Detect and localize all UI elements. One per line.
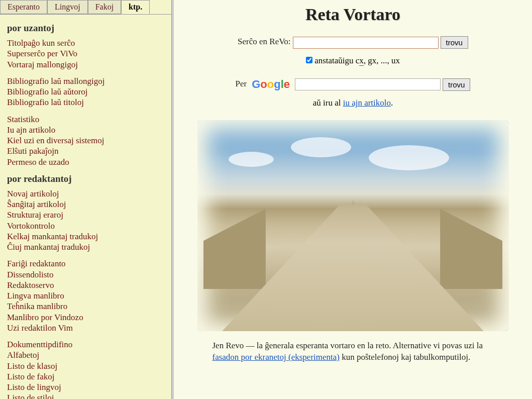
search-input[interactable] xyxy=(293,37,439,49)
users-group-1: Bibliografio laŭ mallongigojBibliografio… xyxy=(7,76,164,108)
main-content: Reta Vortaro Serĉo en ReVo: trovu anstat… xyxy=(172,0,532,399)
users-group-2: StatistikoIu ajn artikoloKiel uzi en div… xyxy=(7,114,164,167)
page-title: Reta Vortaro xyxy=(189,5,517,24)
google-search-row: Per Google trovu xyxy=(189,78,517,91)
nav-link[interactable]: Dissendolisto xyxy=(7,269,164,280)
nav-link[interactable]: Listo de stiloj xyxy=(7,392,164,399)
nav-link[interactable]: Uzi redaktilon Vim xyxy=(7,323,164,333)
nav-link[interactable]: Lingva manlibro xyxy=(7,290,164,301)
search-label: Serĉo en ReVo: xyxy=(238,37,290,46)
nav-link[interactable]: Permeso de uzado xyxy=(7,157,164,167)
sidebar: EsperantoLingvojFakojktp. por uzantoj Ti… xyxy=(0,0,172,399)
editors-section: por redaktantoj Novaj artikolojŜanĝitaj … xyxy=(7,173,164,399)
google-search-button[interactable]: trovu xyxy=(443,78,470,91)
nav-link[interactable]: Elŝuti pakaĵojn xyxy=(7,146,164,156)
nav-link[interactable]: Ĉiuj mankantaj tradukoj xyxy=(7,242,164,252)
tab-bar: EsperantoLingvojFakojktp. xyxy=(0,0,171,15)
substitute-underline: x xyxy=(359,56,364,66)
nav-link[interactable]: Ŝanĝitaj artikoloj xyxy=(7,199,164,210)
google-logo-icon: Google xyxy=(252,78,290,90)
or-go-to-row: aŭ iru al iu ajn artikolo. xyxy=(189,98,517,108)
tab-lingvoj[interactable]: Lingvoj xyxy=(47,0,88,14)
nav-link[interactable]: Redaktoservo xyxy=(7,280,164,290)
search-button[interactable]: trovu xyxy=(441,36,468,49)
nav-link[interactable]: Bibliografio laŭ aŭtoroj xyxy=(7,86,164,97)
random-article-link[interactable]: iu ajn artikolo xyxy=(343,98,391,108)
nav-content: por uzantoj Titolpaĝo kun serĉoSuperserĉ… xyxy=(0,15,171,399)
substitute-checkbox[interactable] xyxy=(306,57,312,63)
editors-group-2: DokumenttipdifinoAlfabetojListo de klaso… xyxy=(7,339,164,399)
nav-link[interactable]: Vortaraj mallongigoj xyxy=(7,59,164,70)
nav-link[interactable]: Strukturaj eraroj xyxy=(7,210,164,220)
google-search-input[interactable] xyxy=(295,78,441,90)
users-heading: por uzantoj xyxy=(7,23,164,34)
nav-link[interactable]: Kiel uzi en diversaj sistemoj xyxy=(7,135,164,146)
per-label: Per xyxy=(236,79,247,88)
editors-heading: por redaktantoj xyxy=(7,173,164,184)
nav-link[interactable]: Bibliografio laŭ titoloj xyxy=(7,97,164,108)
nav-link[interactable]: Superserĉo per ViVo xyxy=(7,48,164,59)
desc-suffix: kun poŝtelefonoj kaj tabulkomputiloj. xyxy=(340,352,470,362)
nav-link[interactable]: Listo de klasoj xyxy=(7,361,164,371)
nav-link[interactable]: Bibliografio laŭ mallongigoj xyxy=(7,76,164,86)
revo-search-row: Serĉo en ReVo: trovu xyxy=(189,36,517,49)
nav-link[interactable]: Statistiko xyxy=(7,114,164,125)
hero-image xyxy=(197,120,509,331)
mobile-facade-link[interactable]: fasadon por ekranetoj (eksperimenta) xyxy=(212,352,340,362)
or-suffix: . xyxy=(391,98,393,108)
nav-link[interactable]: Dokumenttipdifino xyxy=(7,339,164,350)
substitute-label-prefix: anstataŭigu c xyxy=(314,56,359,65)
nav-link[interactable]: Manlibro por Vindozo xyxy=(7,312,164,323)
editors-group-0: Novaj artikolojŜanĝitaj artikolojStruktu… xyxy=(7,188,164,253)
desc-prefix: Jen Revo — la ĝenerala esperanta vortaro… xyxy=(212,341,483,350)
nav-link[interactable]: Titolpaĝo kun serĉo xyxy=(7,38,164,48)
users-group-0: Titolpaĝo kun serĉoSuperserĉo per ViVoVo… xyxy=(7,38,164,70)
nav-link[interactable]: Listo de fakoj xyxy=(7,371,164,382)
nav-link[interactable]: Novaj artikoloj xyxy=(7,188,164,199)
tab-esperanto[interactable]: Esperanto xyxy=(0,0,47,14)
tab-ktp[interactable]: ktp. xyxy=(121,0,150,14)
nav-link[interactable]: Fariĝi redaktanto xyxy=(7,258,164,269)
tab-fakoj[interactable]: Fakoj xyxy=(88,0,121,14)
substitute-row: anstataŭigu cx, gx, ..., ux xyxy=(189,56,517,66)
or-prefix: aŭ iru al xyxy=(313,98,343,108)
substitute-label-suffix: , gx, ..., ux xyxy=(364,56,400,65)
nav-link[interactable]: Alfabetoj xyxy=(7,350,164,360)
nav-link[interactable]: Kelkaj mankantaj tradukoj xyxy=(7,231,164,242)
editors-group-1: Fariĝi redaktantoDissendolistoRedaktoser… xyxy=(7,258,164,333)
nav-link[interactable]: Iu ajn artikolo xyxy=(7,125,164,135)
description: Jen Revo — la ĝenerala esperanta vortaro… xyxy=(212,340,494,363)
nav-link[interactable]: Teĥnika manlibro xyxy=(7,301,164,312)
nav-link[interactable]: Vortokontrolo xyxy=(7,221,164,231)
users-section: por uzantoj Titolpaĝo kun serĉoSuperserĉ… xyxy=(7,23,164,167)
nav-link[interactable]: Listo de lingvoj xyxy=(7,382,164,392)
